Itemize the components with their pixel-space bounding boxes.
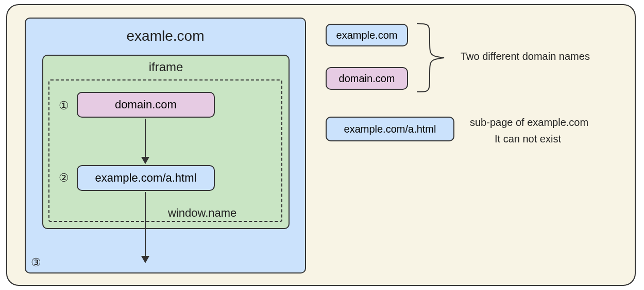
marker-1: ①: [59, 99, 69, 112]
marker-2: ②: [59, 171, 69, 185]
outer-frame: examle.com iframe window.name domain.com…: [6, 4, 636, 286]
legend-subpage-box: example.com/a.html: [326, 117, 454, 141]
subpage-inner-box: example.com/a.html: [77, 165, 215, 191]
arrow-1-line: [145, 119, 146, 158]
brace-icon: [414, 22, 450, 94]
legend-two-diff-label: Two different domain names: [461, 51, 590, 62]
subpage-inner-text: example.com/a.html: [95, 171, 197, 185]
diagram-canvas: examle.com iframe window.name domain.com…: [0, 0, 644, 290]
legend-domain-box: domain.com: [326, 67, 408, 90]
legend-example-text: example.com: [336, 29, 398, 41]
iframe-label: iframe: [43, 60, 289, 74]
arrow-1-head-icon: [141, 157, 149, 164]
domain-inner-box: domain.com: [77, 92, 215, 118]
arrow-2-head-icon: [141, 256, 149, 263]
legend-subpage-desc2: It can not exist: [495, 133, 561, 145]
window-name-label: window.name: [168, 206, 236, 220]
marker-3: ③: [31, 256, 41, 269]
legend-domain-text: domain.com: [339, 73, 395, 85]
legend-subpage-text: example.com/a.html: [344, 123, 436, 135]
legend-subpage-desc1: sub-page of example.com: [470, 117, 588, 128]
arrow-2-line: [145, 192, 146, 257]
domain-inner-text: domain.com: [115, 98, 177, 111]
example-title: examle.com: [26, 28, 305, 44]
legend-example-box: example.com: [326, 24, 408, 46]
